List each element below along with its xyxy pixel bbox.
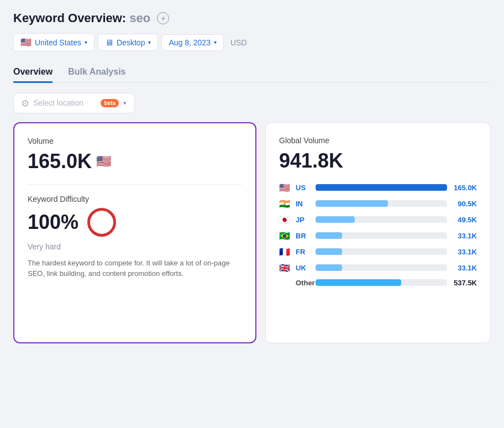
- kd-row: 100%: [28, 208, 242, 237]
- currency-label: USD: [230, 38, 247, 47]
- kd-description: The hardest keyword to compete for. It w…: [28, 258, 242, 279]
- country-row: 🇯🇵 JP 49.5K: [279, 215, 477, 225]
- bar-fill-4: [316, 248, 342, 255]
- country-row: 🇧🇷 BR 33.1K: [279, 231, 477, 241]
- other-label: Other: [296, 279, 311, 287]
- country-value-4: 33.1K: [452, 248, 477, 256]
- bar-fill-3: [316, 232, 342, 239]
- country-code-2: JP: [296, 216, 311, 224]
- other-value: 537.5K: [452, 279, 477, 287]
- date-chevron-icon: ▾: [214, 39, 217, 45]
- location-selector[interactable]: ⊙ Select location beta ▾: [13, 93, 135, 113]
- country-row: 🇫🇷 FR 33.1K: [279, 247, 477, 257]
- bar-fill-2: [316, 216, 355, 223]
- country-flag-3: 🇧🇷: [279, 231, 291, 241]
- country-flag-1: 🇮🇳: [279, 199, 291, 209]
- country-value-5: 33.1K: [452, 264, 477, 272]
- other-bar: [316, 279, 401, 286]
- country-flag-4: 🇫🇷: [279, 247, 291, 257]
- global-volume-card: Global Volume 941.8K 🇺🇸 US 165.0K 🇮🇳 IN …: [265, 122, 491, 343]
- volume-number: 165.0K: [28, 150, 92, 173]
- volume-flag: 🇺🇸: [96, 154, 111, 169]
- filters-row: 🇺🇸 United States ▾ 🖥 Desktop ▾ Aug 8, 20…: [13, 33, 491, 51]
- kd-hardness-label: Very hard: [28, 242, 242, 251]
- country-value-2: 49.5K: [452, 216, 477, 224]
- country-code-1: IN: [296, 200, 311, 208]
- country-value-0: 165.0K: [452, 184, 477, 192]
- add-keyword-button[interactable]: +: [157, 12, 169, 24]
- location-chevron-icon: ▾: [123, 100, 127, 107]
- location-icon: ⊙: [22, 98, 29, 108]
- location-placeholder: Select location: [33, 98, 96, 107]
- tabs-row: Overview Bulk Analysis: [13, 62, 491, 83]
- bar-container-2: [316, 216, 447, 223]
- bar-fill-0: [316, 184, 447, 191]
- tab-bulk-analysis[interactable]: Bulk Analysis: [68, 62, 125, 83]
- tab-overview[interactable]: Overview: [13, 62, 53, 83]
- card-divider: [28, 184, 242, 185]
- date-label: Aug 8, 2023: [169, 38, 211, 47]
- volume-value-row: 165.0K 🇺🇸: [28, 150, 242, 173]
- country-flag-0: 🇺🇸: [279, 182, 291, 193]
- country-code-4: FR: [296, 248, 311, 256]
- bar-container-3: [316, 232, 447, 239]
- bar-fill-1: [316, 200, 388, 207]
- global-volume-label: Global Volume: [279, 136, 477, 145]
- device-chevron-icon: ▾: [148, 39, 151, 45]
- device-label: Desktop: [117, 38, 145, 47]
- kd-label: Keyword Difficulty: [28, 195, 242, 203]
- main-cards: Volume 165.0K 🇺🇸 Keyword Difficulty 100%…: [13, 122, 491, 343]
- bar-fill-5: [316, 264, 342, 271]
- bar-container-5: [316, 264, 447, 271]
- other-bar-container: [316, 279, 447, 286]
- country-flag: 🇺🇸: [20, 37, 32, 48]
- country-filter-button[interactable]: 🇺🇸 United States ▾: [13, 33, 95, 51]
- country-row: 🇮🇳 IN 90.5K: [279, 199, 477, 209]
- beta-badge: beta: [101, 99, 119, 107]
- country-row: 🇺🇸 US 165.0K: [279, 182, 477, 193]
- global-volume-value: 941.8K: [279, 149, 477, 173]
- device-filter-button[interactable]: 🖥 Desktop ▾: [98, 34, 158, 51]
- volume-kd-card: Volume 165.0K 🇺🇸 Keyword Difficulty 100%…: [13, 122, 256, 343]
- country-code-5: UK: [296, 264, 311, 272]
- other-row: Other 537.5K: [279, 279, 477, 287]
- country-flag-5: 🇬🇧: [279, 263, 291, 273]
- country-value-1: 90.5K: [452, 200, 477, 208]
- country-code-0: US: [296, 184, 311, 192]
- page-header: Keyword Overview: seo +: [13, 11, 491, 25]
- kd-circle-icon: [87, 208, 116, 237]
- country-chevron-icon: ▾: [85, 39, 87, 45]
- country-code-3: BR: [296, 232, 311, 240]
- country-value-3: 33.1K: [452, 232, 477, 240]
- bar-container-1: [316, 200, 447, 207]
- date-filter-button[interactable]: Aug 8, 2023 ▾: [161, 34, 224, 51]
- country-row: 🇬🇧 UK 33.1K: [279, 263, 477, 273]
- bar-container-4: [316, 248, 447, 255]
- device-icon: 🖥: [105, 38, 113, 47]
- country-flag-2: 🇯🇵: [279, 215, 291, 225]
- country-label: United States: [35, 38, 81, 47]
- page-title: Keyword Overview: seo: [13, 11, 150, 25]
- bar-container-0: [316, 184, 447, 191]
- volume-label: Volume: [28, 137, 242, 145]
- kd-value: 100%: [28, 211, 78, 234]
